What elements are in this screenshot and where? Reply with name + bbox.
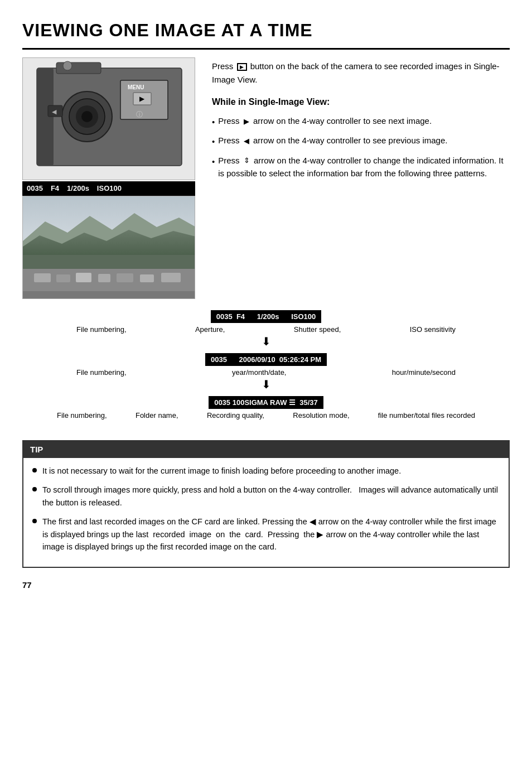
press-label-3: Press xyxy=(218,156,242,165)
intro-press: Press xyxy=(212,61,233,71)
svg-point-5 xyxy=(81,111,93,122)
bullet-2-text: Press ◀ arrow on the 4-way controller to… xyxy=(218,134,447,147)
intro-paragraph: Press ▶ button on the back of the camera… xyxy=(212,60,510,86)
tip-text-3: The first and last recorded images on th… xyxy=(42,515,500,553)
label-resolution: Resolution mode, xyxy=(293,410,349,421)
bullet-2-rest: arrow on the 4-way controller to see pre… xyxy=(251,136,448,145)
pattern-2: 0035 2006/09/10 05:26:24 PM File numberi… xyxy=(43,353,489,390)
tip-item-2: To scroll through images more quickly, p… xyxy=(32,484,500,509)
tip-section: TIP It is not necessary to wait for the … xyxy=(22,440,510,568)
svg-rect-25 xyxy=(140,274,154,282)
label-quality: Recording quality, xyxy=(207,410,264,421)
file-number: 0035 xyxy=(27,183,43,194)
label-iso: ISO sensitivity xyxy=(410,324,456,335)
tip-content: It is not necessary to wait for the curr… xyxy=(23,458,509,567)
pattern-1: 0035 F4 1/200s ISO100 File numbering, Ap… xyxy=(43,310,489,348)
tip-bullet-icon-2 xyxy=(32,487,37,491)
tip-bullet-icon xyxy=(32,468,37,472)
label-file-count: file number/total files recorded xyxy=(378,410,475,421)
bullet-icon: • xyxy=(212,135,215,148)
bullet-list: • Press ▶ arrow on the 4-way controller … xyxy=(212,114,510,180)
tip-header: TIP xyxy=(23,441,509,459)
svg-rect-26 xyxy=(161,273,181,282)
label-aperture: Aperture, xyxy=(195,324,225,335)
bullet-1-text: Press ▶ arrow on the 4-way controller to… xyxy=(218,114,432,127)
camera-illustration: MENU ▶ ⓘ ◀ xyxy=(22,57,195,180)
svg-rect-20 xyxy=(34,273,51,282)
label-file-num-2: File numbering, xyxy=(76,367,127,378)
list-item: • Press ◀ arrow on the 4-way controller … xyxy=(212,134,510,148)
bullet-icon: • xyxy=(212,115,215,128)
main-content: MENU ▶ ⓘ ◀ 0035 F4 xyxy=(22,57,510,299)
press-label-2: Press xyxy=(218,136,242,145)
pattern-2-bar: 0035 2006/09/10 05:26:24 PM xyxy=(205,353,327,367)
svg-rect-24 xyxy=(117,273,133,282)
section-subtitle: While in Single-Image View: xyxy=(212,95,510,109)
page-number: 77 xyxy=(22,579,510,592)
shutter-speed: 1/200s xyxy=(67,183,89,194)
pattern-3: 0035 100SIGMA RAW ☰ 35/37 File numbering… xyxy=(43,396,489,421)
svg-rect-22 xyxy=(76,273,91,282)
pattern-1-bar: 0035 F4 1/200s ISO100 xyxy=(211,310,322,324)
bullet-3-rest: arrow on the 4-way controller to change … xyxy=(218,156,503,178)
press-label-1: Press xyxy=(218,116,242,126)
bullet-3-text: Press ⇕ arrow on the 4-way controller to… xyxy=(218,154,510,180)
list-item: • Press ▶ arrow on the 4-way controller … xyxy=(212,114,510,128)
patterns-section: 0035 F4 1/200s ISO100 File numbering, Ap… xyxy=(22,310,510,425)
page-title: VIEWING ONE IMAGE AT A TIME xyxy=(22,17,510,50)
svg-rect-23 xyxy=(98,274,110,282)
label-time: hour/minute/second xyxy=(392,367,456,378)
svg-text:MENU: MENU xyxy=(128,84,144,90)
label-file-num-3: File numbering, xyxy=(57,410,107,421)
svg-text:◀: ◀ xyxy=(52,108,57,115)
aperture: F4 xyxy=(51,183,59,194)
tip-text-2: To scroll through images more quickly, p… xyxy=(42,484,500,509)
intro-rest: button on the back of the camera to see … xyxy=(212,61,500,84)
pattern-3-labels: File numbering, Folder name, Recording q… xyxy=(57,410,475,421)
arrow-down-1: ⬇ xyxy=(262,336,271,347)
left-arrow-icon: ◀ xyxy=(244,136,249,147)
list-item: • Press ⇕ arrow on the 4-way controller … xyxy=(212,154,510,180)
svg-point-11 xyxy=(63,61,72,70)
pattern-1-labels: File numbering, Aperture, Shutter speed,… xyxy=(76,324,456,335)
iso: ISO100 xyxy=(97,183,122,194)
arrow-down-2: ⬇ xyxy=(262,379,271,390)
tip-item-3: The first and last recorded images on th… xyxy=(32,515,500,553)
page: VIEWING ONE IMAGE AT A TIME xyxy=(22,17,510,591)
play-button-icon: ▶ xyxy=(237,63,247,71)
left-column: MENU ▶ ⓘ ◀ 0035 F4 xyxy=(22,57,201,299)
label-shutter: Shutter speed, xyxy=(294,324,341,335)
bullet-1-rest: arrow on the 4-way controller to see nex… xyxy=(251,116,432,126)
svg-rect-27 xyxy=(23,291,195,299)
label-folder: Folder name, xyxy=(136,410,178,421)
tip-text-1: It is not necessary to wait for the curr… xyxy=(42,465,401,477)
right-column: Press ▶ button on the back of the camera… xyxy=(212,57,510,299)
bullet-icon: • xyxy=(212,155,215,168)
svg-rect-21 xyxy=(56,274,70,282)
svg-text:ⓘ: ⓘ xyxy=(136,110,143,118)
label-date: year/month/date, xyxy=(232,367,287,378)
right-arrow-icon: ▶ xyxy=(244,116,249,127)
tip-item-1: It is not necessary to wait for the curr… xyxy=(32,465,500,477)
photo-area xyxy=(22,196,195,299)
pattern-3-bar: 0035 100SIGMA RAW ☰ 35/37 xyxy=(209,396,323,409)
svg-rect-1 xyxy=(56,62,101,74)
up-down-arrow-icon: ⇕ xyxy=(244,155,250,166)
svg-text:▶: ▶ xyxy=(139,95,145,103)
pattern-2-labels: File numbering, year/month/date, hour/mi… xyxy=(76,367,456,378)
tip-bullet-icon-3 xyxy=(32,519,37,523)
info-bar: 0035 F4 1/200s ISO100 xyxy=(22,181,195,196)
label-file-num: File numbering, xyxy=(76,324,127,335)
